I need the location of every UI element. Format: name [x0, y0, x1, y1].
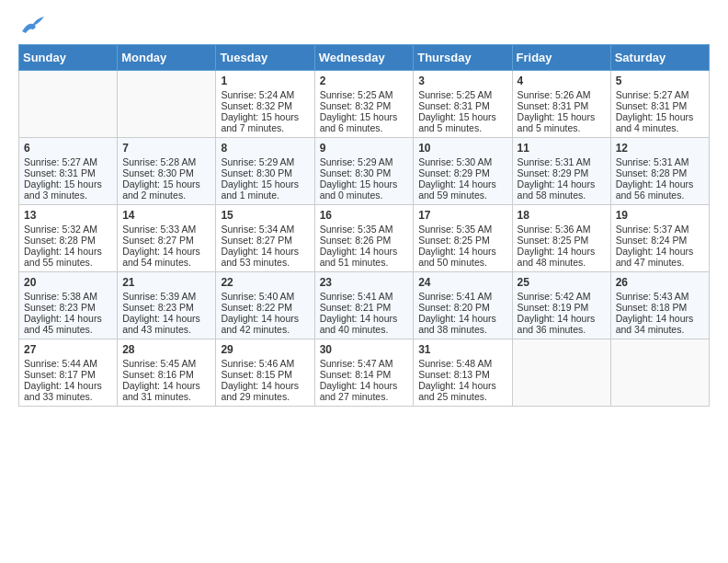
- calendar-cell: 15Sunrise: 5:34 AMSunset: 8:27 PMDayligh…: [216, 205, 314, 272]
- sunrise-text: Sunrise: 5:37 AM: [616, 224, 704, 235]
- daylight-text: Daylight: 14 hours and 48 minutes.: [518, 246, 606, 268]
- day-number: 30: [320, 343, 409, 356]
- calendar-cell: 30Sunrise: 5:47 AMSunset: 8:14 PMDayligh…: [314, 339, 414, 407]
- calendar-cell: 16Sunrise: 5:35 AMSunset: 8:26 PMDayligh…: [314, 205, 414, 272]
- day-number: 8: [221, 142, 309, 155]
- daylight-text: Daylight: 14 hours and 51 minutes.: [320, 246, 409, 268]
- calendar-cell: 31Sunrise: 5:48 AMSunset: 8:13 PMDayligh…: [414, 339, 512, 407]
- day-number: 9: [320, 142, 409, 155]
- calendar-cell: 14Sunrise: 5:33 AMSunset: 8:27 PMDayligh…: [118, 205, 216, 272]
- daylight-text: Daylight: 14 hours and 47 minutes.: [616, 246, 704, 268]
- calendar-cell: 21Sunrise: 5:39 AMSunset: 8:23 PMDayligh…: [118, 272, 216, 339]
- sunset-text: Sunset: 8:13 PM: [418, 369, 506, 380]
- day-number: 28: [122, 343, 210, 356]
- daylight-text: Daylight: 14 hours and 54 minutes.: [122, 246, 210, 268]
- weekday-header-sunday: Sunday: [19, 45, 118, 71]
- calendar-cell: 24Sunrise: 5:41 AMSunset: 8:20 PMDayligh…: [414, 272, 512, 339]
- sunset-text: Sunset: 8:28 PM: [24, 235, 112, 246]
- day-number: 2: [320, 75, 409, 87]
- weekday-header-tuesday: Tuesday: [216, 45, 314, 71]
- sunset-text: Sunset: 8:31 PM: [518, 100, 606, 111]
- day-number: 11: [518, 142, 606, 155]
- sunset-text: Sunset: 8:29 PM: [518, 167, 606, 178]
- daylight-text: Daylight: 14 hours and 40 minutes.: [320, 313, 409, 335]
- day-number: 3: [418, 75, 506, 87]
- week-row-4: 20Sunrise: 5:38 AMSunset: 8:23 PMDayligh…: [19, 272, 710, 339]
- day-number: 19: [616, 209, 704, 222]
- daylight-text: Daylight: 15 hours and 5 minutes.: [418, 111, 506, 133]
- sunrise-text: Sunrise: 5:27 AM: [24, 156, 112, 167]
- sunrise-text: Sunrise: 5:39 AM: [122, 291, 210, 302]
- sunrise-text: Sunrise: 5:46 AM: [221, 358, 309, 369]
- daylight-text: Daylight: 14 hours and 25 minutes.: [418, 380, 506, 402]
- daylight-text: Daylight: 15 hours and 0 minutes.: [320, 178, 409, 201]
- weekday-header-row: SundayMondayTuesdayWednesdayThursdayFrid…: [19, 45, 710, 71]
- sunrise-text: Sunrise: 5:35 AM: [418, 224, 506, 235]
- calendar-cell: 17Sunrise: 5:35 AMSunset: 8:25 PMDayligh…: [414, 205, 512, 272]
- daylight-text: Daylight: 14 hours and 38 minutes.: [418, 313, 506, 335]
- day-number: 17: [418, 209, 506, 222]
- sunset-text: Sunset: 8:21 PM: [320, 302, 409, 313]
- daylight-text: Daylight: 15 hours and 2 minutes.: [122, 178, 210, 201]
- day-number: 18: [518, 209, 606, 222]
- sunrise-text: Sunrise: 5:34 AM: [221, 224, 309, 235]
- calendar-cell: 29Sunrise: 5:46 AMSunset: 8:15 PMDayligh…: [216, 339, 314, 407]
- sunrise-text: Sunrise: 5:29 AM: [320, 156, 409, 167]
- sunrise-text: Sunrise: 5:29 AM: [221, 156, 309, 167]
- sunrise-text: Sunrise: 5:38 AM: [24, 291, 112, 302]
- calendar-cell: 11Sunrise: 5:31 AMSunset: 8:29 PMDayligh…: [512, 138, 610, 205]
- week-row-2: 6Sunrise: 5:27 AMSunset: 8:31 PMDaylight…: [19, 138, 710, 205]
- daylight-text: Daylight: 14 hours and 59 minutes.: [418, 178, 506, 201]
- calendar-cell: 8Sunrise: 5:29 AMSunset: 8:30 PMDaylight…: [216, 138, 314, 205]
- day-number: 5: [616, 75, 704, 87]
- weekday-header-monday: Monday: [118, 45, 216, 71]
- sunset-text: Sunset: 8:30 PM: [122, 167, 210, 178]
- sunset-text: Sunset: 8:31 PM: [418, 100, 506, 111]
- calendar-cell: [610, 339, 709, 407]
- calendar-cell: 2Sunrise: 5:25 AMSunset: 8:32 PMDaylight…: [314, 71, 414, 138]
- calendar-cell: 18Sunrise: 5:36 AMSunset: 8:25 PMDayligh…: [512, 205, 610, 272]
- daylight-text: Daylight: 14 hours and 55 minutes.: [24, 246, 112, 268]
- day-number: 23: [320, 276, 409, 289]
- day-number: 7: [122, 142, 210, 155]
- calendar-table: SundayMondayTuesdayWednesdayThursdayFrid…: [18, 44, 710, 407]
- daylight-text: Daylight: 14 hours and 27 minutes.: [320, 380, 409, 402]
- calendar-cell: 20Sunrise: 5:38 AMSunset: 8:23 PMDayligh…: [19, 272, 118, 339]
- daylight-text: Daylight: 14 hours and 56 minutes.: [616, 178, 704, 201]
- sunset-text: Sunset: 8:20 PM: [418, 302, 506, 313]
- day-number: 22: [221, 276, 309, 289]
- daylight-text: Daylight: 14 hours and 33 minutes.: [24, 380, 112, 402]
- week-row-1: 1Sunrise: 5:24 AMSunset: 8:32 PMDaylight…: [19, 71, 710, 138]
- sunrise-text: Sunrise: 5:35 AM: [320, 224, 409, 235]
- sunset-text: Sunset: 8:28 PM: [616, 167, 704, 178]
- page-header: [18, 15, 710, 35]
- day-number: 6: [24, 142, 112, 155]
- daylight-text: Daylight: 14 hours and 29 minutes.: [221, 380, 309, 402]
- calendar-cell: 22Sunrise: 5:40 AMSunset: 8:22 PMDayligh…: [216, 272, 314, 339]
- day-number: 12: [616, 142, 704, 155]
- sunset-text: Sunset: 8:30 PM: [320, 167, 409, 178]
- sunset-text: Sunset: 8:24 PM: [616, 235, 704, 246]
- daylight-text: Daylight: 15 hours and 6 minutes.: [320, 111, 409, 133]
- day-number: 1: [221, 75, 309, 87]
- sunrise-text: Sunrise: 5:31 AM: [616, 156, 704, 167]
- daylight-text: Daylight: 15 hours and 5 minutes.: [518, 111, 606, 133]
- calendar-cell: 13Sunrise: 5:32 AMSunset: 8:28 PMDayligh…: [19, 205, 118, 272]
- sunset-text: Sunset: 8:27 PM: [122, 235, 210, 246]
- sunrise-text: Sunrise: 5:25 AM: [320, 89, 409, 100]
- calendar-cell: 27Sunrise: 5:44 AMSunset: 8:17 PMDayligh…: [19, 339, 118, 407]
- sunset-text: Sunset: 8:29 PM: [418, 167, 506, 178]
- sunset-text: Sunset: 8:17 PM: [24, 369, 112, 380]
- calendar-cell: 7Sunrise: 5:28 AMSunset: 8:30 PMDaylight…: [118, 138, 216, 205]
- sunset-text: Sunset: 8:23 PM: [24, 302, 112, 313]
- calendar-cell: 4Sunrise: 5:26 AMSunset: 8:31 PMDaylight…: [512, 71, 610, 138]
- calendar-cell: 28Sunrise: 5:45 AMSunset: 8:16 PMDayligh…: [118, 339, 216, 407]
- daylight-text: Daylight: 14 hours and 42 minutes.: [221, 313, 309, 335]
- daylight-text: Daylight: 14 hours and 43 minutes.: [122, 313, 210, 335]
- sunrise-text: Sunrise: 5:44 AM: [24, 358, 112, 369]
- sunrise-text: Sunrise: 5:41 AM: [418, 291, 506, 302]
- day-number: 14: [122, 209, 210, 222]
- calendar-cell: 19Sunrise: 5:37 AMSunset: 8:24 PMDayligh…: [610, 205, 709, 272]
- daylight-text: Daylight: 14 hours and 36 minutes.: [518, 313, 606, 335]
- daylight-text: Daylight: 15 hours and 4 minutes.: [616, 111, 704, 133]
